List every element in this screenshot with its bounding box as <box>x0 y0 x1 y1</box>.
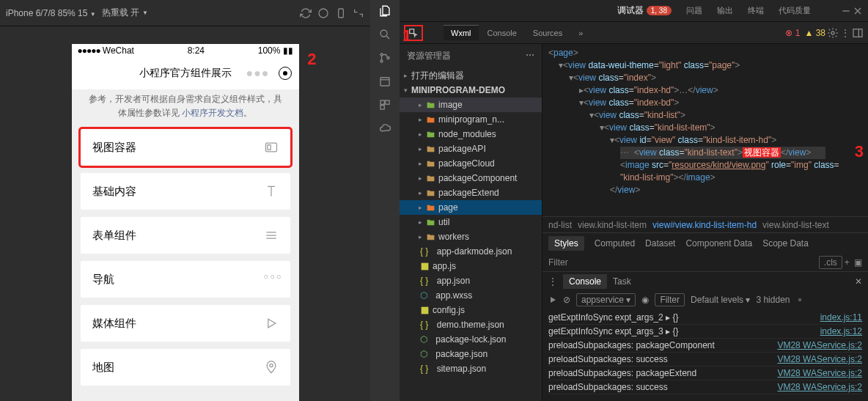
svg-point-7 <box>380 60 383 62</box>
tab-styles[interactable]: Styles <box>548 236 584 251</box>
extensions-icon[interactable] <box>378 98 391 111</box>
tree-file[interactable]: config.js <box>400 303 542 317</box>
tree-open-editors[interactable]: ▸打开的编辑器 <box>400 68 542 83</box>
dock-icon[interactable] <box>852 27 864 39</box>
tab-computed[interactable]: Computed <box>595 238 635 249</box>
tree-folder[interactable]: ▸node_modules <box>400 127 542 141</box>
tab-wxml[interactable]: Wxml <box>444 25 479 40</box>
close-drawer-icon[interactable]: ✕ <box>855 276 862 287</box>
list-item-form[interactable]: 表单组件 <box>81 217 290 254</box>
tab-scope-data[interactable]: Scope Data <box>762 238 809 249</box>
svg-rect-3 <box>268 145 271 150</box>
doc-link[interactable]: 小程序开发文档 <box>182 108 243 118</box>
tab-console[interactable]: Console <box>480 26 524 40</box>
menu-icon[interactable]: ●●● <box>246 67 270 80</box>
tree-file[interactable]: ⬡ package-lock.json <box>400 332 542 347</box>
console-menu-icon[interactable]: ⋮ <box>548 276 557 287</box>
levels-select[interactable]: Default levels ▾ <box>691 295 750 305</box>
tab-terminal[interactable]: 终端 <box>740 0 771 21</box>
console-filter-input[interactable]: Filter <box>655 293 685 306</box>
styles-filter-input[interactable]: Filter <box>548 257 819 268</box>
files-icon[interactable] <box>378 4 391 18</box>
add-style-button[interactable]: + <box>845 257 850 268</box>
list-item-nav[interactable]: 导航 ○○○ <box>81 261 290 298</box>
tab-task[interactable]: Task <box>613 276 631 287</box>
context-select[interactable]: appservice ▾ <box>576 293 636 306</box>
breadcrumb[interactable]: nd-list view.kind-list-item view#view.ki… <box>542 216 868 232</box>
simulator-viewport: ●●●●● WeChat 8:24 100% ▮▮ 小程序官方组件展示 ●●● … <box>0 26 370 401</box>
activity-bar <box>370 0 400 401</box>
tree-file[interactable]: { } sitemap.json <box>400 361 542 376</box>
tab-problems[interactable]: 问题 <box>679 0 710 21</box>
search-icon[interactable] <box>378 28 391 41</box>
home-icon[interactable] <box>317 7 329 19</box>
tree-file[interactable]: ⬡ app.wxss <box>400 288 542 303</box>
console-gear-icon[interactable] <box>795 295 804 304</box>
tab-quality[interactable]: 代码质量 <box>771 0 818 21</box>
device-icon[interactable] <box>335 7 347 19</box>
play-icon[interactable] <box>548 295 557 304</box>
bottom-panel: Styles Computed Dataset Component Data S… <box>542 232 868 401</box>
styles-tabs: Styles Computed Dataset Component Data S… <box>542 233 868 254</box>
kind-list: 视图容器 2 基础内容 表单组件 导航 ○○○ 媒体组件 <box>72 129 299 386</box>
svg-point-4 <box>269 364 272 367</box>
list-item-basic[interactable]: 基础内容 <box>81 173 290 210</box>
tree-folder[interactable]: ▸util <box>400 215 542 229</box>
list-item-media[interactable]: 媒体组件 <box>81 305 290 342</box>
calendar-icon[interactable] <box>378 75 391 88</box>
svg-point-14 <box>831 32 834 34</box>
tab-console-drawer[interactable]: Console <box>563 274 607 289</box>
svg-rect-10 <box>380 100 384 104</box>
eye-icon[interactable]: ◉ <box>641 295 649 305</box>
tree-folder[interactable]: ▸packageCloud <box>400 156 542 171</box>
tree-file[interactable]: ⬡ package.json <box>400 347 542 361</box>
dots-icon: ○○○ <box>264 272 279 287</box>
svg-rect-1 <box>339 9 344 18</box>
tab-output[interactable]: 输出 <box>710 0 740 21</box>
text-icon <box>264 184 279 199</box>
rotate-icon[interactable] <box>353 7 364 19</box>
close-icon[interactable] <box>852 5 864 17</box>
minimize-icon[interactable] <box>840 5 852 17</box>
hidden-count[interactable]: 3 hidden <box>756 295 790 305</box>
tab-component-data[interactable]: Component Data <box>685 238 752 249</box>
tree-folder[interactable]: ▸packageExtend <box>400 185 542 200</box>
tree-file[interactable]: { } demo.theme.json <box>400 317 542 332</box>
annotation-1: 1 <box>402 26 411 45</box>
tree-folder[interactable]: ▸packageAPI <box>400 141 542 156</box>
explorer-more-icon[interactable]: ⋯ <box>526 50 534 62</box>
device-select[interactable]: iPhone 6/7/8 85% 15 ▼ <box>6 8 96 18</box>
svg-point-6 <box>380 54 383 56</box>
clear-console-icon[interactable]: ⊘ <box>563 295 570 305</box>
tree-folder[interactable]: ▸workers <box>400 229 542 244</box>
tree-root[interactable]: ▾MINIPROGRAM-DEMO <box>400 83 542 98</box>
tab-debugger[interactable]: 调试器1, 38 <box>610 0 679 21</box>
close-capsule-icon[interactable] <box>279 67 292 80</box>
tab-more[interactable]: » <box>571 26 590 40</box>
wxml-tree[interactable]: <page> ▾<view data-weui-theme="light" cl… <box>542 44 868 216</box>
view-icon <box>264 140 279 155</box>
tab-sources[interactable]: Sources <box>526 26 570 40</box>
tree-folder[interactable]: ▸image <box>400 98 542 112</box>
git-icon[interactable] <box>378 51 391 65</box>
tree-file[interactable]: { } app-darkmode.json <box>400 244 542 259</box>
tree-folder[interactable]: ▸packageComponent <box>400 171 542 185</box>
list-item-map[interactable]: 地图 <box>81 349 290 386</box>
tree-folder[interactable]: ▸miniprogram_n... <box>400 112 542 127</box>
phone-frame: ●●●●● WeChat 8:24 100% ▮▮ 小程序官方组件展示 ●●● … <box>72 44 299 401</box>
tree-folder-page[interactable]: ▸page <box>400 200 542 215</box>
cloud-icon[interactable] <box>378 122 391 135</box>
tree-file[interactable]: { } app.json <box>400 273 542 288</box>
status-bar: ●●●●● WeChat 8:24 100% ▮▮ <box>72 44 299 57</box>
gear-icon[interactable] <box>827 27 839 39</box>
dock-styles-icon[interactable]: ▣ <box>854 257 862 268</box>
tab-dataset[interactable]: Dataset <box>645 238 675 249</box>
explorer-title: 资源管理器 <box>407 50 451 62</box>
tree-file[interactable]: app.js <box>400 259 542 273</box>
list-item-view-container[interactable]: 视图容器 2 <box>81 129 290 166</box>
refresh-icon[interactable] <box>300 7 312 19</box>
reload-toggle[interactable]: 热重载 开 ▼ <box>102 7 148 19</box>
pin-icon <box>264 360 279 375</box>
console-log[interactable]: getExptInfoSync expt_args_2 ▸ {}index.js… <box>542 309 868 401</box>
cls-button[interactable]: .cls <box>819 256 842 269</box>
